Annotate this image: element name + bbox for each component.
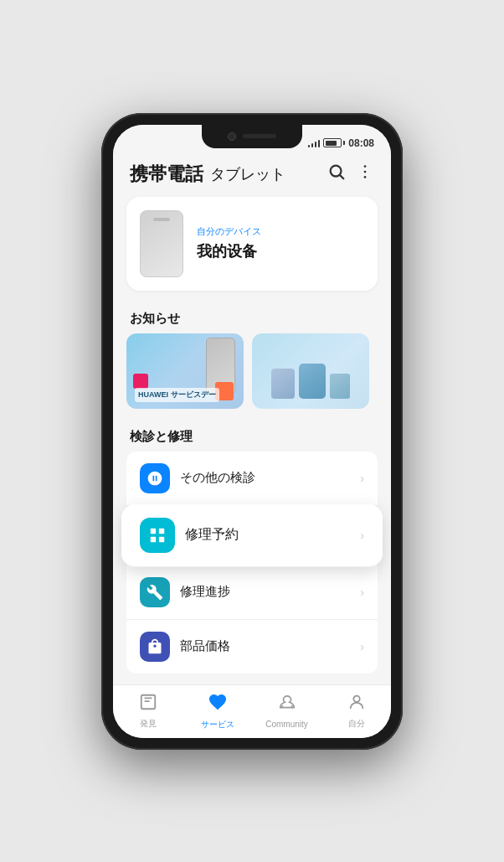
chevron-icon-2: ›	[360, 529, 364, 542]
status-right: 08:08	[308, 137, 374, 149]
news-products	[271, 364, 350, 399]
header-actions	[327, 163, 374, 185]
diag-item-buhin[interactable]: 部品価格 ›	[126, 620, 378, 674]
news-card-2[interactable]	[252, 333, 369, 409]
nav-item-community[interactable]: Community	[252, 689, 321, 734]
service-icon	[208, 692, 228, 717]
diagnostics-icon	[140, 463, 170, 493]
phone-frame: 08:08 携帯電話 タブレット	[101, 113, 403, 750]
svg-point-3	[364, 171, 367, 173]
page-title: 携帯電話	[130, 162, 203, 187]
diag-label-buhin: 部品価格	[180, 638, 350, 654]
diag-label-sonota: その他の検診	[180, 470, 350, 486]
svg-rect-8	[159, 536, 164, 541]
diag-item-yoyaku[interactable]: 修理予約 ›	[121, 504, 383, 567]
device-card[interactable]: 自分のデバイス 我的设备	[126, 197, 378, 291]
nav-item-discover[interactable]: 発見	[113, 688, 183, 735]
community-icon	[278, 694, 296, 718]
discover-icon	[139, 693, 157, 716]
notices-section-header: お知らせ	[113, 304, 391, 333]
battery-icon	[323, 138, 345, 147]
time-display: 08:08	[348, 137, 374, 149]
diagnostics-list: その他の検診 › 修理予約	[126, 452, 378, 674]
device-name: 我的设备	[197, 241, 364, 261]
bottom-navigation: 発見 サービス Community	[113, 684, 391, 738]
chevron-icon-4: ›	[360, 640, 364, 653]
nav-item-service[interactable]: サービス	[183, 687, 252, 736]
camera	[228, 132, 236, 141]
speaker	[243, 134, 276, 138]
diagnostics-section-header: 検診と修理	[113, 422, 391, 452]
more-menu-icon[interactable]	[356, 163, 374, 185]
nav-label-profile: 自分	[348, 718, 365, 730]
news-card-1[interactable]: HUAWEI サービスデー	[126, 333, 244, 409]
svg-line-1	[340, 175, 343, 178]
chevron-icon-1: ›	[360, 472, 364, 485]
nav-item-profile[interactable]: 自分	[321, 688, 391, 735]
notch	[202, 125, 302, 148]
profile-icon	[347, 693, 366, 716]
svg-point-4	[364, 176, 367, 178]
nav-label-community: Community	[265, 720, 308, 729]
main-scroll-area: 携帯電話 タブレット	[113, 155, 391, 684]
diag-item-sonota[interactable]: その他の検診 ›	[126, 452, 378, 506]
repair-booking-icon	[140, 518, 175, 553]
svg-rect-6	[159, 528, 164, 533]
device-label: 自分のデバイス	[197, 225, 364, 238]
svg-point-9	[353, 696, 359, 702]
news-card-1-label: HUAWEI サービスデー	[135, 388, 219, 402]
svg-rect-7	[151, 536, 156, 541]
device-info: 自分のデバイス 我的设备	[197, 225, 364, 261]
diag-label-yoyaku: 修理予約	[185, 526, 350, 544]
nav-label-service: サービス	[201, 719, 234, 730]
news-cards-row: HUAWEI サービスデー	[113, 333, 391, 422]
chevron-icon-3: ›	[360, 586, 364, 599]
parts-price-icon	[140, 632, 170, 662]
phone-screen: 08:08 携帯電話 タブレット	[113, 125, 391, 738]
device-thumbnail	[140, 210, 183, 277]
svg-rect-5	[151, 528, 156, 533]
nav-label-discover: 発見	[140, 718, 157, 730]
diag-label-shinchoku: 修理進捗	[180, 584, 350, 600]
search-icon[interactable]	[327, 163, 346, 185]
app-header: 携帯電話 タブレット	[113, 155, 391, 197]
diag-item-shinchoku[interactable]: 修理進捗 ›	[126, 565, 378, 620]
page-subtitle: タブレット	[210, 164, 285, 184]
repair-progress-icon	[140, 577, 170, 607]
svg-point-2	[364, 165, 367, 168]
signal-icon	[308, 139, 321, 147]
